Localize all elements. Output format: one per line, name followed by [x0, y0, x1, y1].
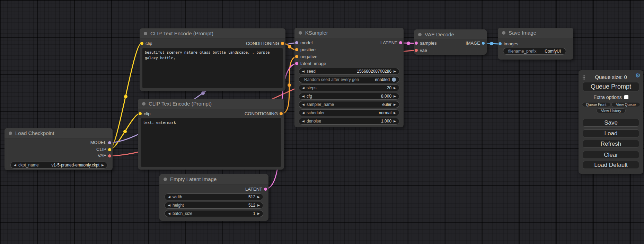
widget-value: v1-5-pruned-emaonly.ckpt [52, 163, 100, 168]
random-seed-widget[interactable]: Random seed after every gen enabled [299, 76, 399, 83]
increment-arrow-icon[interactable]: ▶ [257, 202, 260, 209]
prompt-textarea[interactable]: beautiful scenery nature glass bottle la… [142, 48, 283, 88]
conditioning-output-dot[interactable] [281, 42, 284, 45]
view-history-button[interactable]: View History [597, 108, 626, 113]
queue-prompt-button[interactable]: Queue Prompt [583, 82, 639, 91]
increment-arrow-icon[interactable]: ▶ [394, 118, 396, 125]
node-empty-latent-image[interactable]: Empty Latent Image LATENT ◀ width 512 ▶ … [159, 174, 268, 221]
link-midpoint-dot [288, 83, 291, 87]
latent-output-dot[interactable] [399, 41, 402, 44]
model-output-dot[interactable] [108, 141, 111, 144]
decrement-arrow-icon[interactable]: ◀ [302, 101, 305, 108]
ckpt-name-widget[interactable]: ◀ ckpt_name v1-5-pruned-emaonly.ckpt ▶ [10, 162, 107, 169]
collapse-dot-icon[interactable] [502, 31, 505, 35]
widget-value: 512 [248, 195, 255, 199]
increment-arrow-icon[interactable]: ▶ [394, 93, 396, 100]
increment-arrow-icon[interactable]: ▶ [394, 68, 396, 75]
negative-input-dot[interactable] [295, 55, 298, 58]
increment-arrow-icon[interactable]: ▶ [102, 162, 104, 169]
widget-value: 156680208700286 [357, 69, 391, 74]
latent-output-label: LATENT [245, 187, 262, 192]
node-save-image[interactable]: Save Image images filename_prefix ComfyU… [498, 28, 573, 60]
sampler-name-widget[interactable]: ◀ sampler_name euler ▶ [299, 101, 399, 108]
decrement-arrow-icon[interactable]: ◀ [168, 202, 170, 209]
node-titlebar[interactable]: Empty Latent Image [159, 174, 268, 184]
collapse-dot-icon[interactable] [299, 31, 302, 35]
view-queue-button[interactable]: View Queue [611, 102, 640, 107]
save-button[interactable]: Save [583, 119, 639, 127]
decrement-arrow-icon[interactable]: ◀ [168, 193, 170, 200]
collapse-dot-icon[interactable] [144, 32, 147, 35]
link-midpoint-dot [124, 95, 127, 98]
clip-input-dot[interactable] [140, 42, 143, 45]
positive-input-dot[interactable] [295, 48, 298, 51]
latent-image-input-dot[interactable] [295, 62, 298, 65]
node-title: KSampler [305, 30, 328, 36]
model-input-label: model [300, 40, 312, 46]
conditioning-output-label: CONDITIONING [246, 41, 279, 46]
conditioning-output-dot[interactable] [280, 112, 283, 115]
link-midpoint-dot [490, 42, 493, 45]
filename-prefix-widget[interactable]: filename_prefix ComfyUI [503, 48, 566, 55]
node-titlebar[interactable]: KSampler [294, 28, 404, 38]
refresh-button[interactable]: Refresh [583, 140, 639, 148]
decrement-arrow-icon[interactable]: ◀ [302, 84, 305, 91]
graph-canvas[interactable]: CLIP Text Encode (Prompt) clip CONDITION… [0, 0, 644, 244]
increment-arrow-icon[interactable]: ▶ [257, 210, 260, 217]
node-titlebar[interactable]: Load Checkpoint [5, 128, 113, 138]
collapse-dot-icon[interactable] [142, 102, 145, 106]
images-input-dot[interactable] [499, 42, 502, 45]
increment-arrow-icon[interactable]: ▶ [394, 101, 396, 108]
vae-output-dot[interactable] [108, 154, 111, 157]
conditioning-output-label: CONDITIONING [245, 111, 278, 117]
width-widget[interactable]: ◀ width 512 ▶ [165, 193, 263, 200]
widget-value: euler [382, 102, 391, 107]
load-button[interactable]: Load [583, 129, 639, 137]
prompt-textarea[interactable]: text, watermark [141, 118, 281, 167]
settings-gear-icon[interactable]: ⚙ [635, 73, 641, 79]
latent-output-dot[interactable] [264, 188, 267, 191]
load-default-button[interactable]: Load Default [583, 161, 639, 169]
model-input-dot[interactable] [295, 41, 298, 44]
clear-button[interactable]: Clear [583, 151, 639, 159]
link-midpoint-dot [288, 45, 291, 48]
increment-arrow-icon[interactable]: ▶ [257, 193, 260, 200]
seed-widget[interactable]: ◀ seed 156680208700286 ▶ [299, 68, 399, 75]
node-ksampler[interactable]: KSampler model positive negative latent_… [294, 28, 404, 127]
samples-input-dot[interactable] [415, 42, 418, 45]
collapse-dot-icon[interactable] [9, 132, 12, 135]
cfg-widget[interactable]: ◀ cfg 8.000 ▶ [299, 93, 399, 100]
batch-size-widget[interactable]: ◀ batch_size 1 ▶ [165, 210, 263, 217]
vae-input-dot[interactable] [415, 49, 418, 52]
height-widget[interactable]: ◀ height 512 ▶ [165, 202, 263, 209]
node-clip-text-encode-positive[interactable]: CLIP Text Encode (Prompt) clip CONDITION… [140, 28, 285, 91]
increment-arrow-icon[interactable]: ▶ [394, 84, 396, 91]
node-titlebar[interactable]: Save Image [498, 28, 573, 38]
queue-front-button[interactable]: Queue Front [582, 102, 610, 107]
node-titlebar[interactable]: VAE Decode [414, 29, 487, 40]
decrement-arrow-icon[interactable]: ◀ [302, 93, 305, 100]
decrement-arrow-icon[interactable]: ◀ [302, 118, 305, 125]
node-vae-decode[interactable]: VAE Decode samples vae IMAGE [414, 29, 487, 55]
image-output-dot[interactable] [482, 42, 485, 45]
steps-widget[interactable]: ◀ steps 20 ▶ [299, 84, 399, 91]
denoise-widget[interactable]: ◀ denoise 1.000 ▶ [299, 118, 399, 125]
clip-input-dot[interactable] [139, 112, 142, 115]
decrement-arrow-icon[interactable]: ◀ [168, 210, 170, 217]
widget-value: 512 [248, 203, 255, 208]
scheduler-widget[interactable]: ◀ scheduler normal ▶ [299, 109, 399, 116]
clip-output-dot[interactable] [108, 148, 111, 151]
node-titlebar[interactable]: CLIP Text Encode (Prompt) [140, 28, 285, 39]
toggle-icon[interactable] [392, 78, 396, 82]
decrement-arrow-icon[interactable]: ◀ [302, 68, 305, 75]
node-load-checkpoint[interactable]: Load Checkpoint MODEL CLIP VAE ◀ ckpt_na… [5, 128, 113, 170]
collapse-dot-icon[interactable] [418, 33, 422, 36]
extra-options-checkbox[interactable] [624, 95, 628, 99]
node-title: Load Checkpoint [15, 130, 54, 136]
decrement-arrow-icon[interactable]: ◀ [302, 109, 305, 116]
decrement-arrow-icon[interactable]: ◀ [14, 162, 16, 169]
increment-arrow-icon[interactable]: ▶ [394, 109, 396, 116]
node-clip-text-encode-negative[interactable]: CLIP Text Encode (Prompt) clip CONDITION… [138, 99, 284, 170]
collapse-dot-icon[interactable] [164, 178, 167, 181]
node-titlebar[interactable]: CLIP Text Encode (Prompt) [138, 99, 284, 109]
